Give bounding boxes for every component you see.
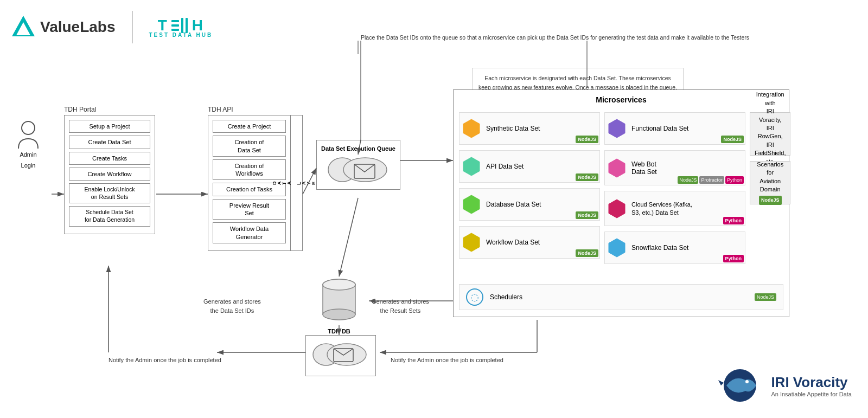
tdh-portal-label: TDH Portal (64, 106, 155, 113)
ms-webbot-badge3: Python (725, 176, 744, 184)
ms-synthetic: Synthetic Data Set NodeJS (459, 112, 600, 145)
ms-functional: Functional Data Set NodeJS (604, 112, 745, 145)
hex-database (462, 194, 481, 215)
ms-right-col: Functional Data Set NodeJS Web BotData S… (604, 112, 745, 271)
svg-rect-4 (171, 29, 179, 31)
svg-marker-14 (463, 233, 480, 252)
ms-api-label: API Data Set (486, 163, 524, 170)
iri-text: IRI Voracity An Insatiable Appetite for … (771, 374, 852, 397)
ms-synthetic-badge: NodeJS (576, 136, 598, 143)
ms-left-col: Synthetic Data Set NodeJS API Data Set N… (459, 112, 600, 271)
integration-box: Integration withIRI Voracity, IRIRowGen,… (750, 112, 790, 156)
notif-queue-visual (311, 340, 371, 370)
hex-synthetic (462, 118, 481, 139)
api-item-project[interactable]: Create a Project (213, 120, 286, 133)
hex-cloud (608, 198, 626, 219)
valuelabs-icon (11, 15, 36, 40)
ms-workflow-label: Workflow Data Set (486, 239, 540, 246)
execution-queue: Data Set Execution Queue (316, 140, 400, 190)
ms-api-badge: NodeJS (576, 173, 598, 181)
iri-voracity: IRI Voracity An Insatiable Appetite for … (716, 366, 852, 404)
ms-snowflake-badge: Python (723, 255, 744, 262)
portal-item-schedule[interactable]: Schedule Data Setfor Data Generation (69, 206, 150, 226)
api-item-tasks[interactable]: Creation of Tasks (213, 183, 286, 196)
ms-webbot: Web BotData Set NodeJS Protractor Python (604, 150, 745, 185)
svg-marker-18 (609, 239, 625, 257)
portal-item-setup[interactable]: Setup a Project (69, 120, 150, 133)
ms-cloud: Cloud Services (Kafka,S3, etc.) Data Set… (604, 191, 745, 226)
svg-marker-11 (463, 119, 480, 138)
admin-label: Admin (16, 151, 40, 158)
scheduler-row: ◌ Schedulers NodeJS (459, 284, 783, 310)
svg-line-36 (339, 198, 358, 276)
bottom-right-annot: Generates and storesthe Result Sets (372, 297, 429, 315)
db-icon (320, 276, 358, 325)
ms-webbot-badge1: NodeJS (678, 176, 698, 184)
svg-marker-16 (609, 159, 625, 177)
integration-label: Integration withIRI Voracity, IRIRowGen,… (755, 91, 786, 166)
top-annotation: Place the Data Set IDs onto the queue so… (361, 34, 749, 42)
hex-snowflake (608, 237, 626, 258)
ms-api: API Data Set NodeJS (459, 150, 600, 183)
header: ValueLabs T H TEST DATA HUB (11, 11, 213, 43)
login-label: Login (16, 162, 40, 169)
ms-synthetic-label: Synthetic Data Set (486, 125, 540, 132)
tdh-subtitle: TEST DATA HUB (149, 32, 213, 38)
hex-workflow (462, 232, 481, 253)
svg-marker-17 (609, 200, 625, 218)
portal-item-tasks[interactable]: Create Tasks (69, 152, 150, 165)
svg-rect-5 (181, 18, 183, 33)
aviation-box: Scenarios forAviation Domain NodeJS (750, 161, 790, 204)
tdh-portal: TDH Portal Setup a Project Create Data S… (64, 106, 155, 234)
svg-rect-3 (171, 24, 179, 27)
valuelabs-logo: ValueLabs (11, 15, 116, 40)
ms-functional-badge: NodeJS (721, 136, 744, 143)
api-item-preview[interactable]: Preview ResultSet (213, 199, 286, 220)
bottom-left-annot: Generates and storesthe Data Set IDs (203, 297, 261, 315)
ms-cloud-badge: Python (723, 217, 744, 224)
svg-rect-2 (171, 20, 179, 22)
svg-marker-15 (609, 119, 625, 138)
api-item-workflows[interactable]: Creation ofWorkflows (213, 159, 286, 181)
api-item-generator[interactable]: Workflow DataGenerator (213, 222, 286, 243)
portal-item-lock[interactable]: Enable Lock/Unlockon Result Sets (69, 183, 150, 203)
admin-section: Admin Login (16, 119, 40, 169)
notify-left: Notify the Admin once the job is complet… (108, 357, 221, 363)
hex-functional (608, 118, 626, 139)
microservices-box: Microservices Synthetic Data Set NodeJS (453, 89, 789, 317)
svg-rect-6 (186, 18, 188, 33)
svg-point-27 (745, 380, 749, 383)
notify-right: Notify the Admin once the job is complet… (391, 357, 503, 363)
svg-marker-12 (463, 157, 480, 176)
svg-point-7 (22, 121, 35, 134)
ms-third-col: Integration withIRI Voracity, IRIRowGen,… (750, 112, 790, 271)
admin-icon (16, 119, 40, 149)
ms-database-label: Database Data Set (486, 201, 541, 208)
iri-brand: IRI Voracity (771, 374, 852, 391)
tdh-db-label: TDH DB (320, 328, 358, 335)
ms-snowflake: Snowflake Data Set Python (604, 231, 745, 264)
logo-divider (132, 11, 133, 43)
ms-webbot-badge2: Protractor (699, 176, 724, 184)
data-layer-label: DATALAYER (272, 181, 321, 185)
iri-logo (716, 366, 764, 404)
ms-database: Database Data Set NodeJS (459, 188, 600, 221)
portal-item-dataset[interactable]: Create Data Set (69, 136, 150, 149)
ms-workflow-badge: NodeJS (576, 249, 598, 257)
iri-sub: An Insatiable Appetite for Data (771, 391, 852, 397)
diagram: ValueLabs T H TEST DATA HUB Place the Da… (0, 0, 868, 418)
scheduler-badge: NodeJS (755, 293, 776, 301)
svg-point-22 (323, 279, 355, 290)
aviation-badge: NodeJS (759, 196, 782, 205)
portal-item-workflow[interactable]: Create Workflow (69, 168, 150, 181)
ms-database-badge: NodeJS (576, 211, 598, 219)
ms-snowflake-label: Snowflake Data Set (631, 244, 688, 252)
scheduler-label: Schedulers (490, 293, 748, 301)
ms-workflow: Workflow Data Set NodeJS (459, 226, 600, 259)
valuelabs-text: ValueLabs (40, 18, 116, 36)
api-item-dataset[interactable]: Creation ofData Set (213, 136, 286, 157)
tdh-api-label: TDH API (208, 106, 303, 113)
tdh-db: TDH DB (320, 276, 358, 335)
queue-label: Data Set Execution Queue (321, 145, 395, 152)
hex-webbot (608, 158, 626, 178)
